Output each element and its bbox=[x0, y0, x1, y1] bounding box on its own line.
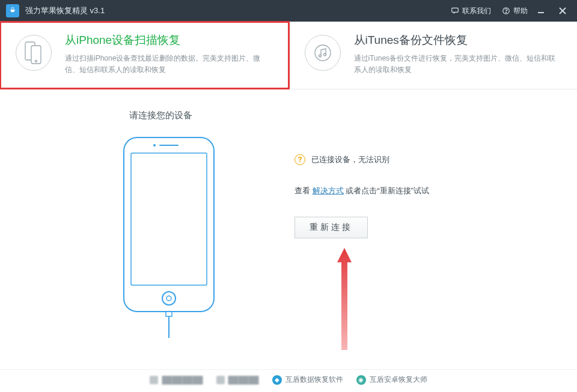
footer-link-1-label: 互盾数据恢复软件 bbox=[285, 375, 343, 385]
reconnect-button[interactable]: 重新连接 bbox=[295, 217, 368, 238]
mode-itunes-backup[interactable]: 从iTunes备份文件恢复 通过iTunes备份文件进行恢复，完美支持图片、微信… bbox=[289, 22, 578, 89]
svg-marker-20 bbox=[337, 248, 352, 350]
hint-prefix: 查看 bbox=[295, 186, 313, 195]
footer-link-1[interactable]: ◆ 互盾数据恢复软件 bbox=[272, 375, 343, 385]
minimize-button[interactable] bbox=[533, 5, 549, 17]
status-line: ? 已连接设备，无法识别 bbox=[295, 154, 429, 165]
mode-iphone-heading: 从iPhone设备扫描恢复 bbox=[65, 32, 273, 48]
footer-link-2-label: 互盾安卓恢复大师 bbox=[370, 375, 427, 385]
svg-point-9 bbox=[315, 45, 331, 61]
app-title: 强力苹果恢复精灵 v3.1 bbox=[25, 5, 105, 16]
connect-prompt: 请连接您的设备 bbox=[129, 110, 192, 121]
svg-point-15 bbox=[166, 296, 171, 301]
titlebar: 强力苹果恢复精灵 v3.1 联系我们 帮助 bbox=[0, 0, 577, 22]
help-button[interactable]: 帮助 bbox=[502, 6, 528, 16]
mode-itunes-heading: 从iTunes备份文件恢复 bbox=[354, 32, 562, 48]
svg-point-17 bbox=[153, 144, 156, 146]
globe-icon: ◉ bbox=[356, 375, 366, 385]
hint-suffix: 或者点击“重新连接”试试 bbox=[344, 186, 429, 195]
footer-blurred-1: ████████ bbox=[150, 376, 203, 384]
footer-blurred-2: ██████ bbox=[216, 376, 259, 384]
mode-iphone-desc: 通过扫描iPhone设备查找最近删除的数据。完美支持图片、微信、短信和联系人的读… bbox=[65, 53, 273, 76]
phone-icon bbox=[16, 35, 52, 71]
shield-icon: ◆ bbox=[272, 375, 282, 385]
help-label: 帮助 bbox=[513, 6, 528, 16]
svg-rect-18 bbox=[166, 312, 172, 316]
footer: ████████ ██████ ◆ 互盾数据恢复软件 ◉ 互盾安卓恢复大师 bbox=[0, 369, 577, 392]
music-note-icon bbox=[305, 35, 341, 71]
annotation-arrow bbox=[335, 248, 353, 350]
svg-point-10 bbox=[319, 55, 321, 57]
svg-rect-7 bbox=[31, 46, 41, 64]
phone-illustration bbox=[118, 134, 220, 338]
svg-point-11 bbox=[323, 53, 326, 56]
status-area: ? 已连接设备，无法识别 查看 解决方式 或者点击“重新连接”试试 重新连接 bbox=[295, 154, 429, 238]
svg-point-14 bbox=[162, 292, 176, 305]
svg-rect-13 bbox=[131, 153, 207, 285]
footer-link-2[interactable]: ◉ 互盾安卓恢复大师 bbox=[356, 375, 427, 385]
chat-icon bbox=[451, 7, 459, 15]
contact-button[interactable]: 联系我们 bbox=[451, 6, 491, 16]
mode-itunes-desc: 通过iTunes备份文件进行恢复，完美支持图片、微信、短信和联系人的读取和恢复 bbox=[354, 53, 562, 76]
close-button[interactable] bbox=[554, 5, 571, 17]
solution-link[interactable]: 解决方式 bbox=[313, 186, 344, 195]
svg-point-2 bbox=[506, 12, 507, 13]
svg-rect-0 bbox=[452, 8, 459, 12]
contact-label: 联系我们 bbox=[462, 6, 491, 16]
mode-iphone-scan[interactable]: 从iPhone设备扫描恢复 通过扫描iPhone设备查找最近删除的数据。完美支持… bbox=[0, 22, 289, 89]
hint-line: 查看 解决方式 或者点击“重新连接”试试 bbox=[295, 185, 429, 196]
status-text: 已连接设备，无法识别 bbox=[311, 154, 389, 165]
help-icon bbox=[502, 7, 510, 15]
app-logo-icon bbox=[6, 4, 19, 17]
mode-tabs: 从iPhone设备扫描恢复 通过扫描iPhone设备查找最近删除的数据。完美支持… bbox=[0, 22, 577, 89]
warning-icon: ? bbox=[295, 154, 305, 165]
content-area: 请连接您的设备 ? 已连接设备，无法识别 查看 解决方式 或者点击“重新连接”试… bbox=[0, 89, 577, 390]
